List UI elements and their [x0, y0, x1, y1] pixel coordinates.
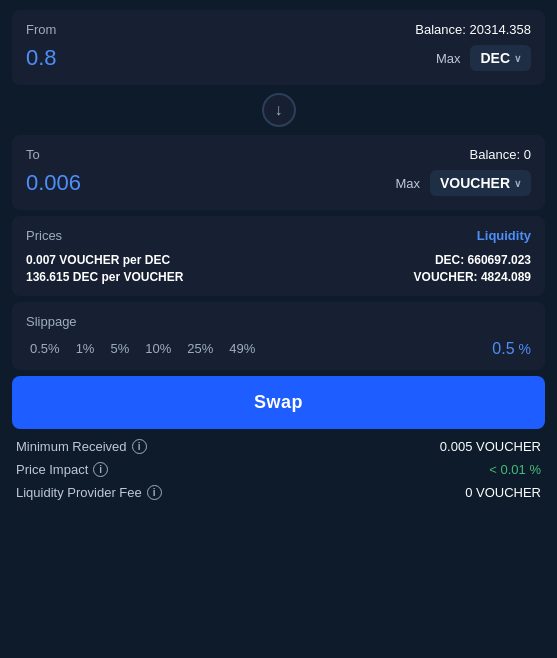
to-balance: Balance: 0: [470, 147, 531, 162]
swap-button[interactable]: Swap: [12, 376, 545, 429]
from-token-label: DEC: [480, 50, 510, 66]
prices-panel: Prices Liquidity 0.007 VOUCHER per DEC 1…: [12, 216, 545, 296]
to-input-row: Max VOUCHER ∨: [26, 170, 531, 196]
liquidity-line-1: DEC: 660697.023: [414, 253, 531, 267]
from-chevron-icon: ∨: [514, 53, 521, 64]
slippage-custom-row: %: [475, 340, 531, 358]
price-line-1: 0.007 VOUCHER per DEC: [26, 253, 183, 267]
to-token-controls: Max VOUCHER ∨: [395, 170, 531, 196]
from-balance: Balance: 20314.358: [415, 22, 531, 37]
from-token-selector[interactable]: DEC ∨: [470, 45, 531, 71]
lp-fee-key: Liquidity Provider Fee i: [16, 485, 162, 500]
price-line-2: 136.615 DEC per VOUCHER: [26, 270, 183, 284]
to-panel: To Balance: 0 Max VOUCHER ∨: [12, 135, 545, 210]
prices-label: Prices: [26, 228, 62, 243]
slippage-panel: Slippage 0.5% 1% 5% 10% 25% 49% %: [12, 302, 545, 370]
liquidity-label: Liquidity: [477, 228, 531, 243]
from-max-button[interactable]: Max: [436, 51, 461, 66]
to-amount-input[interactable]: [26, 170, 226, 196]
lp-fee-info-icon[interactable]: i: [147, 485, 162, 500]
slippage-option-0[interactable]: 0.5%: [26, 339, 64, 358]
to-token-selector[interactable]: VOUCHER ∨: [430, 170, 531, 196]
min-received-key: Minimum Received i: [16, 439, 147, 454]
slippage-option-1[interactable]: 1%: [72, 339, 99, 358]
from-label: From: [26, 22, 56, 37]
lp-fee-row: Liquidity Provider Fee i 0 VOUCHER: [16, 485, 541, 500]
prices-content: 0.007 VOUCHER per DEC 136.615 DEC per VO…: [26, 253, 531, 284]
price-impact-row: Price Impact i < 0.01 %: [16, 462, 541, 477]
slippage-percent-symbol: %: [519, 341, 531, 357]
slippage-options: 0.5% 1% 5% 10% 25% 49% %: [26, 339, 531, 358]
slippage-custom-input[interactable]: [475, 340, 515, 358]
slippage-header: Slippage: [26, 314, 531, 329]
price-impact-value: < 0.01 %: [489, 462, 541, 477]
to-header: To Balance: 0: [26, 147, 531, 162]
price-impact-info-icon[interactable]: i: [93, 462, 108, 477]
slippage-option-5[interactable]: 49%: [225, 339, 259, 358]
to-label: To: [26, 147, 40, 162]
prices-right: DEC: 660697.023 VOUCHER: 4824.089: [414, 253, 531, 284]
prices-left: 0.007 VOUCHER per DEC 136.615 DEC per VO…: [26, 253, 183, 284]
min-received-value: 0.005 VOUCHER: [440, 439, 541, 454]
info-section: Minimum Received i 0.005 VOUCHER Price I…: [12, 435, 545, 506]
min-received-row: Minimum Received i 0.005 VOUCHER: [16, 439, 541, 454]
from-header: From Balance: 20314.358: [26, 22, 531, 37]
prices-header: Prices Liquidity: [26, 228, 531, 243]
lp-fee-value: 0 VOUCHER: [465, 485, 541, 500]
liquidity-line-2: VOUCHER: 4824.089: [414, 270, 531, 284]
to-token-label: VOUCHER: [440, 175, 510, 191]
swap-arrow-icon[interactable]: ↓: [262, 93, 296, 127]
from-input-row: Max DEC ∨: [26, 45, 531, 71]
swap-direction-divider: ↓: [12, 91, 545, 129]
slippage-option-2[interactable]: 5%: [106, 339, 133, 358]
from-panel: From Balance: 20314.358 Max DEC ∨: [12, 10, 545, 85]
price-impact-key: Price Impact i: [16, 462, 108, 477]
to-chevron-icon: ∨: [514, 178, 521, 189]
to-max-button[interactable]: Max: [395, 176, 420, 191]
slippage-option-3[interactable]: 10%: [141, 339, 175, 358]
from-amount-input[interactable]: [26, 45, 226, 71]
min-received-info-icon[interactable]: i: [132, 439, 147, 454]
from-token-controls: Max DEC ∨: [436, 45, 531, 71]
slippage-option-4[interactable]: 25%: [183, 339, 217, 358]
